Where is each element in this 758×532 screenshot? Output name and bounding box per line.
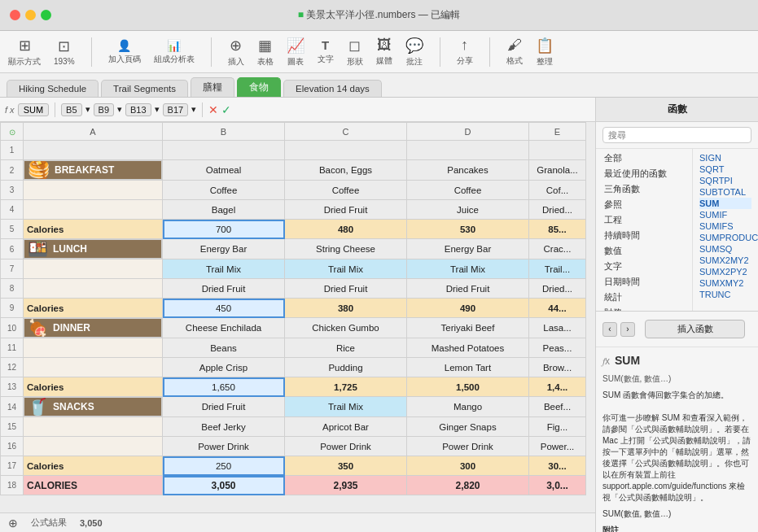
formula-cell-b17[interactable]: B17: [163, 103, 189, 116]
col-d-header[interactable]: D: [407, 123, 529, 141]
cell-d9[interactable]: 490: [407, 299, 529, 318]
cell-b4[interactable]: Bagel: [163, 200, 285, 220]
category-trig[interactable]: 三角函數: [596, 181, 692, 197]
cell-b5[interactable]: 700: [163, 220, 285, 239]
col-c-header[interactable]: C: [285, 123, 407, 141]
cell-a13[interactable]: Calories: [24, 377, 163, 397]
cell-d18[interactable]: 2,820: [407, 476, 529, 495]
toolbar-organize[interactable]: 📋 整理: [536, 37, 554, 68]
cell-a17[interactable]: Calories: [24, 456, 163, 476]
cell-a14[interactable]: 🥤 SNACKS: [24, 397, 162, 416]
cell-e7[interactable]: Trail...: [529, 259, 586, 279]
cell-a15[interactable]: [24, 417, 163, 437]
cell-c7[interactable]: Trail Mix: [285, 259, 407, 279]
cell-b10[interactable]: Cheese Enchilada: [163, 318, 285, 338]
toolbar-share[interactable]: ↑ 分享: [457, 37, 473, 67]
cell-c2[interactable]: Bacon, Eggs: [285, 160, 407, 181]
category-numeric[interactable]: 數值: [596, 243, 692, 259]
category-datetime[interactable]: 日期時間: [596, 274, 692, 290]
tab-trail-segments[interactable]: Trail Segments: [101, 80, 188, 97]
func-sumsq[interactable]: SUMSQ: [699, 243, 751, 255]
cell-a12[interactable]: [24, 358, 163, 377]
cell-e10[interactable]: Lasa...: [529, 318, 586, 338]
category-all[interactable]: 全部: [596, 150, 692, 166]
cell-c16[interactable]: Power Drink: [285, 437, 407, 456]
category-eng[interactable]: 工程: [596, 212, 692, 228]
cell-a11[interactable]: [24, 338, 163, 358]
cell-e11[interactable]: Peas...: [529, 338, 586, 358]
close-button[interactable]: [10, 10, 20, 20]
cell-d15[interactable]: Ginger Snaps: [407, 417, 529, 437]
tab-elevation[interactable]: Elevation 14 days: [283, 80, 382, 97]
cell-e12[interactable]: Brow...: [529, 358, 586, 377]
cell-d3[interactable]: Coffee: [407, 181, 529, 200]
cell-e6[interactable]: Crac...: [529, 239, 586, 259]
cell-e15[interactable]: Fig...: [529, 417, 586, 437]
toolbar-chart[interactable]: 📈 圖表: [287, 37, 305, 68]
col-b-header[interactable]: B: [163, 123, 285, 141]
tab-hiking-schedule[interactable]: Hiking Schedule: [7, 80, 99, 97]
func-sumifs[interactable]: SUMIFS: [699, 220, 751, 232]
toolbar-display[interactable]: ⊞ 顯示方式: [8, 37, 41, 68]
cell-b16[interactable]: Power Drink: [163, 437, 285, 456]
toolbar-zoom[interactable]: ⊡ 193%: [54, 37, 75, 66]
cell-d11[interactable]: Mashed Potatoes: [407, 338, 529, 358]
func-sumif[interactable]: SUMIF: [699, 209, 751, 220]
cell-a8[interactable]: [24, 279, 163, 299]
cell-a10[interactable]: 🍖 DINNER: [24, 318, 162, 338]
category-text[interactable]: 文字: [596, 259, 692, 274]
toolbar-comment[interactable]: 💬 批注: [405, 37, 423, 68]
cell-a1[interactable]: [24, 141, 163, 160]
cell-c13[interactable]: 1,725: [285, 377, 407, 397]
cell-d16[interactable]: Power Drink: [407, 437, 529, 456]
cell-e16[interactable]: Power...: [529, 437, 586, 456]
cell-a6[interactable]: 🍱 LUNCH: [24, 239, 162, 259]
cell-b6[interactable]: Energy Bar: [163, 239, 285, 259]
add-sheet-button[interactable]: ⊕: [8, 517, 18, 530]
cell-c8[interactable]: Dried Fruit: [285, 279, 407, 299]
cell-b18[interactable]: 3,050: [163, 476, 285, 495]
cell-c10[interactable]: Chicken Gumbo: [285, 318, 407, 338]
func-sumxmy2[interactable]: SUMXMY2: [699, 277, 751, 289]
col-a-header[interactable]: A: [24, 123, 163, 141]
toolbar-media[interactable]: 🖼 媒體: [376, 37, 392, 67]
cell-c4[interactable]: Dried Fruit: [285, 200, 407, 220]
cell-b13[interactable]: 1,650: [163, 377, 285, 397]
cell-d17[interactable]: 300: [407, 456, 529, 476]
cell-b17[interactable]: 250: [163, 456, 285, 476]
cell-c15[interactable]: Apricot Bar: [285, 417, 407, 437]
cell-c17[interactable]: 350: [285, 456, 407, 476]
func-sumproduct[interactable]: SUMPRODUCT: [699, 232, 751, 243]
cell-e17[interactable]: 30...: [529, 456, 586, 476]
insert-function-button[interactable]: 插入函數: [645, 320, 745, 338]
func-sqrt[interactable]: SQRT: [699, 164, 751, 175]
cell-c1[interactable]: [285, 141, 407, 160]
cell-e18[interactable]: 3,0...: [529, 476, 586, 495]
cell-d13[interactable]: 1,500: [407, 377, 529, 397]
cell-e8[interactable]: Dried...: [529, 279, 586, 299]
cell-b2[interactable]: Oatmeal: [163, 160, 285, 181]
cell-b1[interactable]: [163, 141, 285, 160]
cell-a18[interactable]: CALORIES: [24, 476, 163, 495]
cell-b7[interactable]: Trail Mix: [163, 259, 285, 279]
cell-a2[interactable]: 🥞 BREAKFAST: [24, 160, 162, 180]
formula-cell-b5[interactable]: B5: [61, 103, 81, 116]
cell-a16[interactable]: [24, 437, 163, 456]
cell-e2[interactable]: Granola...: [529, 160, 586, 181]
cell-a4[interactable]: [24, 200, 163, 220]
category-recent[interactable]: 最近使用的函數: [596, 166, 692, 181]
col-e-header[interactable]: E: [529, 123, 586, 141]
cell-a7[interactable]: [24, 259, 163, 279]
toolbar-analysis[interactable]: 📊 組成分析表: [154, 39, 195, 65]
toolbar-format[interactable]: 🖌 格式: [506, 37, 523, 67]
cell-c5[interactable]: 480: [285, 220, 407, 239]
cell-e14[interactable]: Beef...: [529, 397, 586, 417]
func-sumx2my2[interactable]: SUMX2MY2: [699, 255, 751, 266]
cell-e3[interactable]: Cof...: [529, 181, 586, 200]
category-duration[interactable]: 持續時間: [596, 228, 692, 243]
cell-b12[interactable]: Apple Crisp: [163, 358, 285, 377]
cell-d12[interactable]: Lemon Tart: [407, 358, 529, 377]
maximize-button[interactable]: [41, 10, 51, 20]
cell-c3[interactable]: Coffee: [285, 181, 407, 200]
toolbar-text[interactable]: T 文字: [318, 38, 334, 65]
